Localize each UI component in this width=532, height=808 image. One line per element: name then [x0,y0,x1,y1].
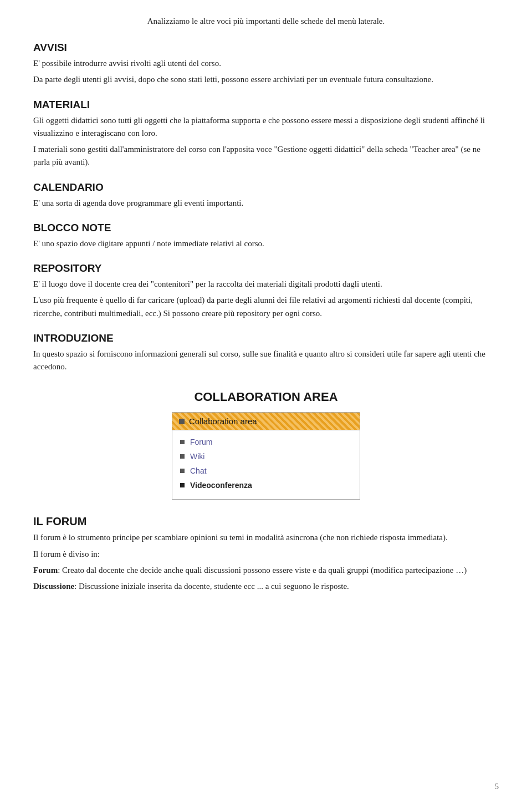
section-blocco-note: BLOCCO NOTE E' uno spazio dove digitare … [33,222,499,250]
list-item: Chat [180,464,352,478]
collaboration-area-box: Collaboration area Forum Wiki Chat Video… [172,412,360,500]
il-forum-diviso: Il forum è diviso in: [33,548,499,561]
il-forum-forum-desc: : Creato dal docente che decide anche qu… [58,566,467,575]
collab-item-label-videoconferenza: Videoconferenza [190,481,252,490]
section-materiali: MATERIALI Gli oggetti didattici sono tut… [33,99,499,169]
materiali-p1: Gli oggetti didattici sono tutti gli ogg… [33,114,499,140]
section-body-il-forum: Il forum è lo strumento principe per sca… [33,531,499,593]
materiali-p2: I materiali sono gestiti dall'amministra… [33,143,499,169]
il-forum-discussione-desc: : Discussione iniziale inserita da docen… [74,582,349,591]
section-title-avvisi: AVVISI [33,42,499,54]
collab-box-header: Collaboration area [172,413,360,430]
section-introduzione: INTRODUZIONE In questo spazio si fornisc… [33,332,499,374]
introduzione-p1: In questo spazio si forniscono informazi… [33,348,499,374]
repository-p1: E' il luogo dove il docente crea dei "co… [33,278,499,291]
list-item: Wiki [180,449,352,464]
section-body-materiali: Gli oggetti didattici sono tutti gli ogg… [33,114,499,169]
il-forum-forum-label: Forum [33,566,58,575]
section-title-repository: REPOSITORY [33,262,499,275]
collab-item-icon-wiki [180,454,185,459]
list-item: Videoconferenza [180,478,352,492]
section-title-calendario: CALENDARIO [33,181,499,194]
section-title-introduzione: INTRODUZIONE [33,332,499,344]
collab-item-label-chat: Chat [190,466,207,475]
section-body-avvisi: E' possibile introdurre avvisi rivolti a… [33,57,499,87]
section-repository: REPOSITORY E' il luogo dove il docente c… [33,262,499,320]
page-header: Analizziamo le altre voci più importanti… [33,17,499,26]
il-forum-intro: Il forum è lo strumento principe per sca… [33,531,499,544]
avvisi-p2: Da parte degli utenti gli avvisi, dopo c… [33,73,499,86]
page-number: 5 [495,782,499,791]
collab-item-label-wiki: Wiki [190,452,204,461]
list-item: Forum [180,435,352,449]
section-il-forum: IL FORUM Il forum è lo strumento princip… [33,515,499,593]
section-title-il-forum: IL FORUM [33,515,499,528]
il-forum-forum-line: Forum: Creato dal docente che decide anc… [33,564,499,577]
calendario-p1: E' una sorta di agenda dove programmare … [33,197,499,210]
section-body-calendario: E' una sorta di agenda dove programmare … [33,197,499,210]
collab-header-icon [179,419,185,424]
blocco-note-p1: E' uno spazio dove digitare appunti / no… [33,237,499,250]
collab-box-header-label: Collaboration area [189,416,257,426]
collab-box-items: Forum Wiki Chat Videoconferenza [172,430,360,499]
section-body-blocco-note: E' uno spazio dove digitare appunti / no… [33,237,499,250]
section-calendario: CALENDARIO E' una sorta di agenda dove p… [33,181,499,210]
section-body-introduzione: In questo spazio si forniscono informazi… [33,348,499,374]
repository-p2: L'uso più frequente è quello di far cari… [33,294,499,320]
collab-item-icon-chat [180,469,185,473]
collab-item-icon-forum [180,440,185,444]
collab-item-label-forum: Forum [190,438,212,446]
avvisi-p1: E' possibile introdurre avvisi rivolti a… [33,57,499,70]
section-title-blocco-note: BLOCCO NOTE [33,222,499,234]
section-avvisi: AVVISI E' possibile introdurre avvisi ri… [33,42,499,87]
il-forum-discussione-line: Discussione: Discussione iniziale inseri… [33,580,499,593]
collaboration-area-title: COLLABORATION AREA [33,390,499,404]
section-title-materiali: MATERIALI [33,99,499,111]
il-forum-discussione-label: Discussione [33,582,74,591]
section-body-repository: E' il luogo dove il docente crea dei "co… [33,278,499,320]
collab-item-icon-videoconferenza [180,483,185,487]
